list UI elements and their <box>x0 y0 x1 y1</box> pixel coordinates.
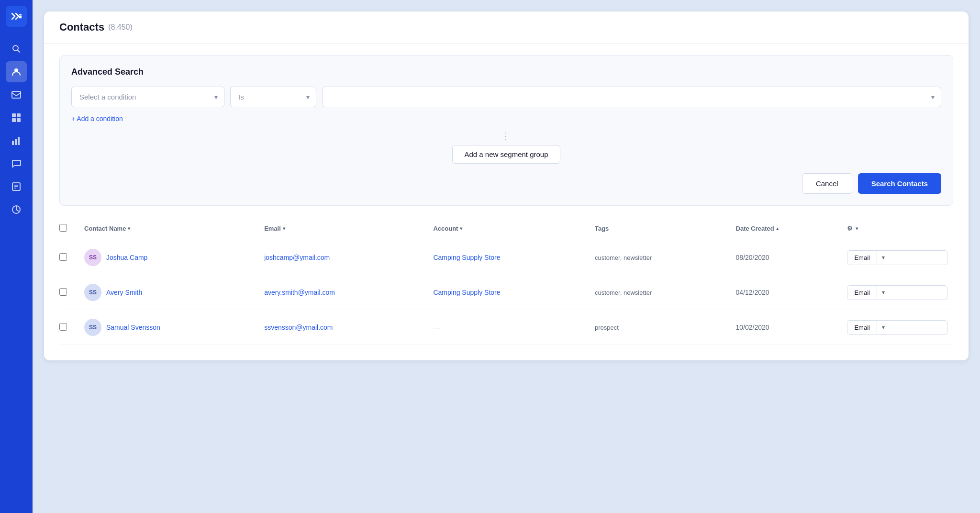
svg-rect-7 <box>12 141 14 145</box>
email-cell: ssvensson@ymail.com <box>258 310 427 345</box>
value-select[interactable] <box>322 87 941 107</box>
sidebar-item-messages[interactable] <box>6 153 27 174</box>
email-link[interactable]: avery.smith@ymail.com <box>264 289 335 296</box>
advanced-search-title: Advanced Search <box>71 67 941 77</box>
account-cell: Camping Supply Store <box>427 240 589 275</box>
tags-cell: prospect <box>589 310 730 345</box>
th-contact-name[interactable]: Contact Name ▾ <box>78 217 258 240</box>
condition-select[interactable]: Select a condition Contact Name Email Ac… <box>71 87 224 107</box>
segment-divider: ⋮ <box>71 131 941 141</box>
action-main-button[interactable]: Email <box>847 321 877 335</box>
sidebar-item-forms[interactable] <box>6 176 27 197</box>
condition-row: Select a condition Contact Name Email Ac… <box>71 87 941 107</box>
account-link[interactable]: Camping Supply Store <box>433 254 500 261</box>
contact-name-cell: SS Joshua Camp <box>78 240 258 275</box>
row-checkbox-cell <box>59 240 78 275</box>
row-checkbox-cell <box>59 275 78 310</box>
svg-rect-5 <box>12 118 16 122</box>
email-cell: joshcamp@ymail.com <box>258 240 427 275</box>
action-dropdown-button[interactable]: ▾ <box>877 321 890 334</box>
action-dropdown-button[interactable]: ▾ <box>877 286 890 299</box>
table-row: SS Joshua Camp joshcamp@ymail.com Campin… <box>59 240 953 275</box>
account-cell: Camping Supply Store <box>427 275 589 310</box>
account-link: — <box>433 323 440 331</box>
account-sort-icon: ▾ <box>460 226 462 231</box>
content-card: Contacts (8,450) Advanced Search Select … <box>44 11 969 360</box>
th-actions[interactable]: ⚙ ▾ <box>841 217 953 240</box>
action-main-button[interactable]: Email <box>847 251 877 265</box>
row-checkbox[interactable] <box>59 288 67 296</box>
avatar: SS <box>84 284 101 301</box>
email-cell: avery.smith@ymail.com <box>258 275 427 310</box>
operator-select[interactable]: Is Is not Contains Does not contain <box>230 87 316 107</box>
avatar: SS <box>84 249 101 266</box>
contact-name-cell: SS Avery Smith <box>78 275 258 310</box>
svg-rect-4 <box>17 113 21 117</box>
value-select-wrapper <box>322 87 941 107</box>
sidebar-nav <box>0 38 33 220</box>
select-all-cell <box>59 217 78 240</box>
logo-icon <box>6 6 27 27</box>
svg-rect-6 <box>17 118 21 122</box>
th-date-created[interactable]: Date Created ▴ <box>730 217 842 240</box>
date-cell: 10/02/2020 <box>730 310 842 345</box>
sidebar-logo[interactable] <box>0 0 33 33</box>
row-checkbox-cell <box>59 310 78 345</box>
select-all-checkbox[interactable] <box>59 224 67 232</box>
email-sort-icon: ▾ <box>283 226 285 231</box>
action-cell: Email ▾ <box>841 240 953 275</box>
add-condition-link[interactable]: + Add a condition <box>71 115 123 123</box>
search-actions: Cancel Search Contacts <box>71 173 941 194</box>
action-cell: Email ▾ <box>841 275 953 310</box>
th-email[interactable]: Email ▾ <box>258 217 427 240</box>
account-cell: — <box>427 310 589 345</box>
contact-name-link[interactable]: Samual Svensson <box>106 323 160 331</box>
th-account[interactable]: Account ▾ <box>427 217 589 240</box>
tags-cell: customer, newsletter <box>589 240 730 275</box>
date-sort-icon: ▴ <box>776 226 779 231</box>
email-link[interactable]: joshcamp@ymail.com <box>264 254 330 261</box>
condition-select-wrapper: Select a condition Contact Name Email Ac… <box>71 87 224 107</box>
table-row: SS Avery Smith avery.smith@ymail.com Cam… <box>59 275 953 310</box>
svg-rect-2 <box>12 91 21 98</box>
svg-rect-8 <box>15 139 17 145</box>
contact-name-cell: SS Samual Svensson <box>78 310 258 345</box>
add-segment-button[interactable]: Add a new segment group <box>452 145 560 164</box>
sidebar-item-contacts[interactable] <box>6 61 27 82</box>
date-cell: 08/20/2020 <box>730 240 842 275</box>
svg-rect-9 <box>18 137 20 145</box>
th-tags: Tags <box>589 217 730 240</box>
contacts-table: Contact Name ▾ Email ▾ A <box>59 217 953 345</box>
cancel-button[interactable]: Cancel <box>802 173 852 194</box>
row-checkbox[interactable] <box>59 323 67 331</box>
date-cell: 04/12/2020 <box>730 275 842 310</box>
action-dropdown-button[interactable]: ▾ <box>877 251 890 264</box>
search-contacts-button[interactable]: Search Contacts <box>858 173 941 194</box>
sidebar-item-email[interactable] <box>6 84 27 105</box>
sidebar-item-analytics[interactable] <box>6 199 27 220</box>
operator-select-wrapper: Is Is not Contains Does not contain <box>230 87 316 107</box>
sidebar-item-reports[interactable] <box>6 130 27 151</box>
table-header-row: Contact Name ▾ Email ▾ A <box>59 217 953 240</box>
contact-name-sort-icon: ▾ <box>128 226 130 231</box>
sidebar <box>0 0 33 513</box>
avatar: SS <box>84 319 101 336</box>
page-title: Contacts <box>59 21 104 33</box>
action-main-button[interactable]: Email <box>847 286 877 300</box>
main-wrapper: Contacts (8,450) Advanced Search Select … <box>33 0 980 513</box>
contact-count: (8,450) <box>108 23 133 32</box>
advanced-search-section: Advanced Search Select a condition Conta… <box>59 55 953 206</box>
sidebar-item-segments[interactable] <box>6 107 27 128</box>
account-link[interactable]: Camping Supply Store <box>433 289 500 296</box>
contact-name-link[interactable]: Joshua Camp <box>106 254 147 261</box>
email-link[interactable]: ssvensson@ymail.com <box>264 323 333 331</box>
contact-name-link[interactable]: Avery Smith <box>106 289 142 296</box>
sidebar-item-search[interactable] <box>6 38 27 59</box>
action-cell: Email ▾ <box>841 310 953 345</box>
table-body: SS Joshua Camp joshcamp@ymail.com Campin… <box>59 240 953 345</box>
row-checkbox[interactable] <box>59 253 67 261</box>
gear-sort-icon: ▾ <box>856 226 858 231</box>
page-header: Contacts (8,450) <box>44 11 969 44</box>
svg-rect-3 <box>12 113 16 117</box>
table-row: SS Samual Svensson ssvensson@ymail.com —… <box>59 310 953 345</box>
